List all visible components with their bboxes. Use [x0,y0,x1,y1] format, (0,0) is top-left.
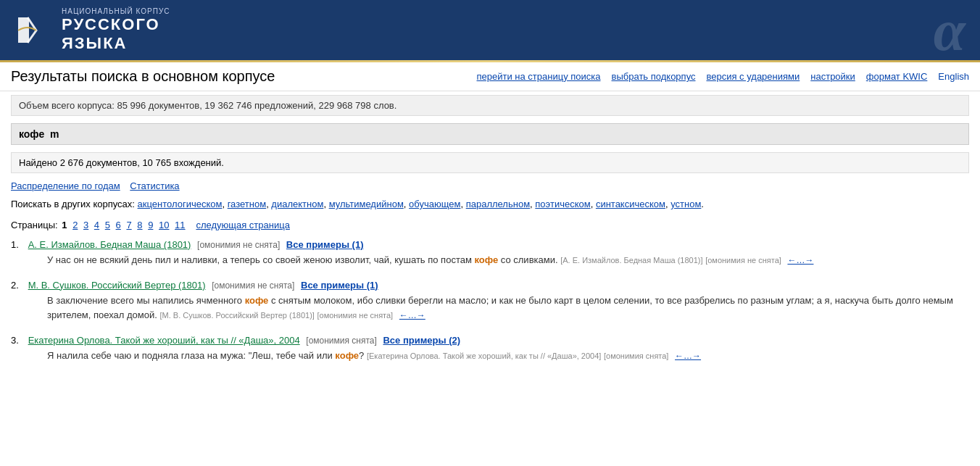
nav-link-search-page[interactable]: перейти на страницу поиска [477,71,601,82]
logo-icon [14,10,51,50]
result-header-2: 2. М. В. Сушков. Российский Вертер (1801… [11,280,969,291]
result-item-1: 1. А. Е. Измайлов. Бедная Маша (1801) [о… [11,239,969,268]
corpus-info-text: Объем всего корпуса: 85 996 документов, … [19,100,396,111]
result-body-1: У нас он не всякий день пил и наливки, а… [11,253,969,268]
result-text-after-3: ? [359,350,364,361]
result-header-1: 1. А. Е. Измайлов. Бедная Маша (1801) [о… [11,239,969,250]
corpus-link-0[interactable]: акцентологическом [138,199,223,209]
result-body-2: В заключение всего мы напились ячменного… [11,294,969,324]
page-link-10[interactable]: 10 [159,220,169,230]
results-list: 1. А. Е. Измайлов. Бедная Маша (1801) [о… [11,239,969,364]
nav-link-subcorpus[interactable]: выбрать подкорпус [612,71,696,82]
stat-links-section: Распределение по годам Статистика [11,180,969,191]
result-doc-title-1[interactable]: А. Е. Измайлов. Бедная Маша (1801) [28,239,191,250]
result-number-3: 3. [11,335,25,346]
header-subtitle: Национальный корпус [62,7,170,15]
result-omonymia-2: [омонимия не снята] [212,280,294,291]
corpus-link-8[interactable]: устном [670,199,701,209]
nav-link-kwic[interactable]: формат KWIC [866,71,928,82]
nav-link-stress[interactable]: версия с ударениями [706,71,800,82]
corpus-link-3[interactable]: мультимедийном [329,199,404,209]
result-doc-title-3[interactable]: Екатерина Орлова. Такой же хороший, как … [28,335,300,346]
result-omonymia-3: [омонимия снята] [306,336,377,346]
result-meta-2: [М. В. Сушков. Российский Вертер (1801)] [160,311,315,320]
query-word: кофе [19,128,44,140]
result-meta-omonymia-1: [омонимия не снята] [705,256,781,265]
result-item-3: 3. Екатерина Орлова. Такой же хороший, к… [11,335,969,364]
query-tag: m [50,128,59,140]
page-link-9[interactable]: 9 [148,220,153,230]
corpus-link-7[interactable]: синтаксическом [596,199,665,209]
query-bar: кофе m [11,123,969,145]
page-link-4[interactable]: 4 [94,220,99,230]
result-meta-1: [А. Е. Измайлов. Бедная Маша (1801)] [560,256,702,265]
result-all-examples-3[interactable]: Все примеры (2) [383,335,460,346]
header-title2: Языка [62,34,170,53]
result-keyword-2: кофе [245,295,269,306]
main-content: Объем всего корпуса: 85 996 документов, … [0,91,980,379]
results-info-text: Найдено 2 676 документов, 10 765 вхожден… [19,157,224,168]
header-title1: Русского [62,15,170,34]
result-text-after-1: со сливками. [498,254,557,265]
nav-links: перейти на страницу поиска выбрать подко… [477,71,969,82]
nav-link-english[interactable]: English [938,71,969,82]
result-all-examples-2[interactable]: Все примеры (1) [301,280,378,291]
pagination-next[interactable]: следующая страница [196,220,289,230]
result-number-2: 2. [11,280,25,291]
corpus-link-6[interactable]: поэтическом [535,199,590,209]
result-arrows-2[interactable]: ←…→ [399,310,425,320]
page-title: Результаты поиска в основном корпусе [11,68,275,85]
result-body-3: Я налила себе чаю и подняла глаза на муж… [11,349,969,364]
corpora-label: Поискать в других корпусах: [11,199,135,209]
corpus-link-5[interactable]: параллельном [466,199,530,209]
distribution-link[interactable]: Распределение по годам [11,180,120,191]
result-number-1: 1. [11,239,25,250]
nav-bar: Результаты поиска в основном корпусе пер… [0,62,980,91]
result-header-3: 3. Екатерина Орлова. Такой же хороший, к… [11,335,969,346]
header-watermark: α [934,0,966,63]
results-info-bar: Найдено 2 676 документов, 10 765 вхожден… [11,152,969,173]
result-keyword-1: кофе [474,254,498,265]
corpus-link-1[interactable]: газетном [228,199,266,209]
pagination-current: 1 [62,220,67,230]
page-link-7[interactable]: 7 [126,220,131,230]
result-doc-title-2[interactable]: М. В. Сушков. Российский Вертер (1801) [28,280,206,291]
result-meta-3: [Екатерина Орлова. Такой же хороший, как… [367,351,601,360]
page-link-2[interactable]: 2 [72,220,78,230]
header: Национальный корпус Русского Языка α [0,0,980,60]
result-all-examples-1[interactable]: Все примеры (1) [286,239,364,250]
page-link-5[interactable]: 5 [105,220,110,230]
corpus-link-2[interactable]: диалектном [271,199,323,209]
result-omonymia-1: [омонимия не снята] [197,240,280,250]
page-link-11[interactable]: 11 [175,220,185,230]
result-text-before-2: В заключение всего мы напились ячменного [47,295,245,306]
nav-link-settings[interactable]: настройки [810,71,855,82]
result-item-2: 2. М. В. Сушков. Российский Вертер (1801… [11,280,969,324]
result-meta-omonymia-3: [омонимия снята] [604,351,668,360]
result-keyword-3: кофе [335,350,359,361]
result-arrows-1[interactable]: ←…→ [787,255,813,265]
result-meta-omonymia-2: [омонимия не снята] [317,311,394,320]
corpus-link-4[interactable]: обучающем [409,199,460,209]
page-link-8[interactable]: 8 [137,220,142,230]
page-link-3[interactable]: 3 [83,220,88,230]
statistics-link[interactable]: Статистика [130,180,179,191]
result-text-before-1: У нас он не всякий день пил и наливки, а… [47,254,474,265]
corpus-info-bar: Объем всего корпуса: 85 996 документов, … [11,95,969,116]
header-text-block: Национальный корпус Русского Языка [62,7,170,53]
result-arrows-3[interactable]: ←…→ [675,351,701,361]
result-text-before-3: Я налила себе чаю и подняла глаза на муж… [47,350,335,361]
page-link-6[interactable]: 6 [116,220,121,230]
pagination: Страницы: 1 2 3 4 5 6 7 8 9 10 11 следую… [11,220,969,230]
corpora-section: Поискать в других корпусах: акцентологич… [11,197,969,212]
pagination-label: Страницы: [11,220,58,230]
